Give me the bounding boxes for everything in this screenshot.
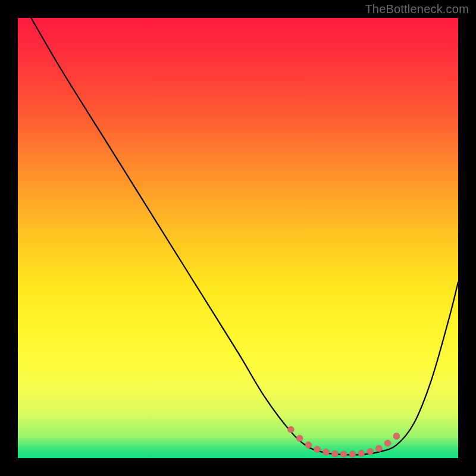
sweet-spot-dot: [287, 426, 294, 433]
sweet-spot-dots: [287, 426, 400, 457]
sweet-spot-dot: [296, 435, 303, 441]
sweet-spot-dot: [314, 446, 321, 453]
sweet-spot-dot: [358, 450, 365, 456]
sweet-spot-dot: [375, 445, 382, 452]
chart-svg: [18, 18, 458, 458]
watermark-text: TheBottleneck.com: [365, 2, 469, 16]
sweet-spot-dot: [331, 450, 338, 457]
bottleneck-curve: [31, 18, 458, 455]
plot-area: [18, 18, 458, 458]
sweet-spot-dot: [367, 448, 374, 455]
sweet-spot-dot: [340, 451, 347, 458]
sweet-spot-dot: [305, 441, 312, 448]
sweet-spot-dot: [384, 440, 391, 446]
sweet-spot-dot: [349, 451, 356, 458]
sweet-spot-dot: [323, 449, 330, 455]
sweet-spot-dot: [393, 433, 400, 440]
